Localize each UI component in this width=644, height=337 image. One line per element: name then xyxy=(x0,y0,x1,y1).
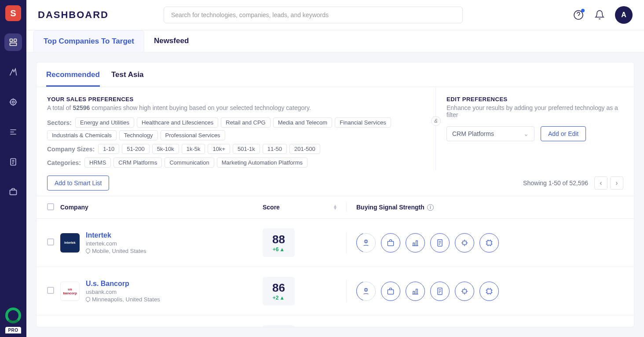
column-score[interactable]: Score ▲▼ xyxy=(263,204,346,211)
sort-icon: ▲▼ xyxy=(333,205,346,210)
svg-rect-12 xyxy=(487,241,491,245)
sector-chip[interactable]: Healthcare and Lifesciences xyxy=(137,117,218,128)
sector-chip[interactable]: Professional Services xyxy=(161,130,225,140)
category-chip[interactable]: CRM Platforms xyxy=(113,158,162,168)
row-checkbox[interactable] xyxy=(47,287,54,294)
signal-icons xyxy=(356,233,623,253)
svg-rect-0 xyxy=(10,39,13,42)
category-chip[interactable]: HRMS xyxy=(84,158,111,168)
table-header: Company Score ▲▼ Buying Signal Strength … xyxy=(37,196,634,219)
hiring-signal-icon[interactable] xyxy=(381,233,400,253)
subtab-test-asia[interactable]: Test Asia xyxy=(111,70,144,87)
hiring-signal-icon[interactable] xyxy=(381,282,400,301)
company-name-link[interactable]: U.s. Bancorp xyxy=(86,280,160,288)
table-row: Vodafone vodafone.com Newbury, United Ki… xyxy=(37,315,634,327)
tab-top-companies[interactable]: Top Companies To Target xyxy=(33,30,144,52)
tech-signal-icon[interactable] xyxy=(455,282,474,301)
column-company[interactable]: Company xyxy=(60,204,263,211)
help-icon[interactable] xyxy=(573,9,584,21)
location-pin-icon xyxy=(85,248,91,254)
score-delta: +2▲ xyxy=(273,295,285,301)
add-or-edit-button[interactable]: Add or Edit xyxy=(541,126,586,141)
svg-rect-16 xyxy=(463,289,466,293)
nav-target[interactable] xyxy=(4,93,22,111)
company-location: Minneapolis, United States xyxy=(86,296,160,303)
document-signal-icon[interactable] xyxy=(430,233,450,253)
sector-chip[interactable]: Technology xyxy=(119,130,158,140)
nav-work[interactable] xyxy=(4,183,22,201)
and-separator: & xyxy=(431,116,441,126)
size-chip[interactable]: 5k-10k xyxy=(152,144,179,154)
svg-rect-2 xyxy=(10,43,17,46)
sector-chip[interactable]: Energy and Utilities xyxy=(75,117,134,128)
subtab-recommended[interactable]: Recommended xyxy=(46,70,100,87)
company-logo: Intertek xyxy=(60,233,80,253)
size-chip[interactable]: 10k+ xyxy=(208,144,230,154)
sector-chip[interactable]: Financial Services xyxy=(335,117,391,128)
svg-point-4 xyxy=(12,101,15,103)
company-name-link[interactable]: Intertek xyxy=(86,231,146,239)
sub-tabs: Recommended Test Asia xyxy=(37,62,634,87)
size-chip[interactable]: 1k-5k xyxy=(182,144,205,154)
add-to-smartlist-button[interactable]: Add to Smart List xyxy=(47,176,109,190)
sectors-filter: Sectors: Energy and Utilities Healthcare… xyxy=(47,117,425,140)
tech-signal-icon[interactable] xyxy=(455,233,474,253)
sector-chip[interactable]: Retail and CPG xyxy=(221,117,270,128)
score-value: 88 xyxy=(272,233,285,246)
company-domain: usbank.com xyxy=(86,289,160,295)
chip-signal-icon[interactable] xyxy=(479,233,499,253)
main-tabs: Top Companies To Target Newsfeed xyxy=(26,30,644,52)
category-chip[interactable]: Communication xyxy=(165,158,214,168)
sector-chip[interactable]: Industrials & Chemicals xyxy=(47,130,117,140)
sectors-label: Sectors: xyxy=(47,119,72,126)
score-badge: 86 +2▲ xyxy=(263,277,295,305)
category-chip[interactable]: Marketing Automation Platforms xyxy=(217,158,307,168)
svg-rect-9 xyxy=(388,241,393,245)
side-rail: S PRO xyxy=(0,0,26,337)
technology-select[interactable]: CRM Platforms ⌄ xyxy=(446,126,534,141)
score-badge: 88 +6▲ xyxy=(263,228,295,257)
info-icon[interactable]: i xyxy=(427,204,434,211)
size-chip[interactable]: 1-10 xyxy=(98,144,119,154)
company-domain: intertek.com xyxy=(86,240,146,247)
row-checkbox[interactable] xyxy=(47,238,54,245)
sector-chip[interactable]: Media and Telecom xyxy=(273,117,333,128)
svg-point-3 xyxy=(10,99,16,105)
pager-next-button[interactable]: › xyxy=(610,176,623,190)
signal-icons xyxy=(356,282,623,301)
column-signal: Buying Signal Strength i xyxy=(356,204,623,211)
size-chip[interactable]: 51-200 xyxy=(122,144,149,154)
funding-signal-icon[interactable] xyxy=(356,233,376,253)
pager-prev-button[interactable]: ‹ xyxy=(594,176,607,190)
expansion-signal-icon[interactable] xyxy=(406,233,425,253)
nav-reports[interactable] xyxy=(4,153,22,171)
location-pin-icon xyxy=(85,296,91,302)
tab-newsfeed[interactable]: Newsfeed xyxy=(144,30,198,52)
expansion-signal-icon[interactable] xyxy=(406,282,425,301)
nav-dashboard[interactable] xyxy=(4,33,22,51)
page-title: DASHBOARD xyxy=(38,9,109,21)
document-signal-icon[interactable] xyxy=(430,282,450,301)
sizes-filter: Company Sizes: 1-10 51-200 5k-10k 1k-5k … xyxy=(47,144,425,154)
progress-ring-icon[interactable] xyxy=(5,308,21,323)
edit-prefs-subtitle: Enhance your results by adding your pref… xyxy=(446,104,622,118)
app-logo[interactable]: S xyxy=(5,5,21,21)
company-logo: us bancorp xyxy=(60,282,80,301)
nav-discover[interactable] xyxy=(4,63,22,81)
size-chip[interactable]: 11-50 xyxy=(263,144,287,154)
score-delta: +6▲ xyxy=(273,246,285,253)
size-chip[interactable]: 201-500 xyxy=(289,144,320,154)
chip-signal-icon[interactable] xyxy=(479,282,499,301)
select-all-checkbox[interactable] xyxy=(47,203,54,210)
nav-lists[interactable] xyxy=(4,123,22,141)
avatar[interactable]: A xyxy=(615,6,633,24)
size-chip[interactable]: 501-1k xyxy=(233,144,260,154)
funding-signal-icon[interactable] xyxy=(356,282,376,301)
bell-icon[interactable] xyxy=(594,9,605,21)
table-row: Intertek Intertek intertek.com Mobile, U… xyxy=(37,219,634,267)
search-input[interactable]: Search for technologies, companies, lead… xyxy=(164,7,463,23)
table-row: us bancorp U.s. Bancorp usbank.com Minne… xyxy=(37,267,634,315)
sales-prefs-title: YOUR SALES PREFERENCES xyxy=(47,96,425,103)
pro-badge: PRO xyxy=(5,327,21,333)
categories-filter: Categories: HRMS CRM Platforms Communica… xyxy=(47,158,425,168)
